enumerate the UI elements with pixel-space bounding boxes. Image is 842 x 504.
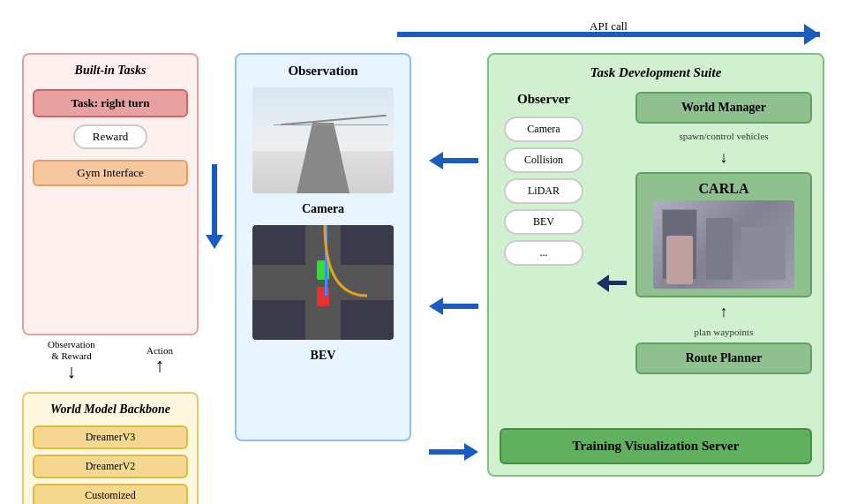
right-arrow-bev-icon [464, 443, 478, 461]
training-vis-box: Training Visualization Server [500, 428, 812, 464]
api-call-label: API call [590, 19, 628, 34]
plan-up-arrow: ↑ [635, 303, 812, 321]
right-arrow-bev-line [429, 449, 464, 455]
carla-left-arrow [597, 275, 627, 292]
left-arrow-col [207, 53, 222, 504]
action-arrow: Action ↑ [147, 345, 173, 375]
observer-collision-item: Collision [504, 147, 583, 173]
carla-image [653, 200, 794, 289]
task-dev-title: Task Development Suite [500, 65, 812, 80]
up-arrow-icon: ↑ [154, 356, 164, 375]
obs-reward-label: Observation& Reward [48, 339, 95, 362]
observer-camera-item: Camera [504, 117, 583, 142]
builtin-tasks-title: Built-in Tasks [75, 64, 147, 78]
observation-panel: Observation Camera [235, 53, 411, 441]
observer-bev-item: BEV [504, 209, 583, 235]
observer-more-item: ... [504, 240, 583, 266]
task-dev-inner: Observer Camera Collision LiDAR BEV ... [500, 92, 812, 421]
left-column: Built-in Tasks Task: right turn Reward G… [18, 53, 203, 504]
left-blue-arrow-camera [429, 297, 478, 315]
world-manager-box: World Manager [635, 92, 812, 124]
route-planner-box: Route Planner [635, 342, 812, 374]
task-dev-suite-box: Task Development Suite Observer Camera C… [487, 53, 824, 477]
left-arrow-cam-line [443, 304, 478, 309]
obs-reward-arrow: Observation& Reward ↓ [48, 339, 95, 381]
carla-container: CARLA [635, 172, 812, 297]
obs-action-arrows: Observation& Reward ↓ Action ↑ [22, 335, 199, 385]
right-blue-arrow-bev [429, 443, 478, 461]
builtin-tasks-box: Built-in Tasks Task: right turn Reward G… [22, 53, 199, 335]
left-blue-arrow-obs [429, 152, 478, 169]
down-arrow-icon: ↓ [66, 362, 76, 381]
observer-col: Observer Camera Collision LiDAR BEV ... [500, 92, 588, 421]
gym-interface-box: Gym Interface [33, 160, 188, 186]
main-diagram-row: Built-in Tasks Task: right turn Reward G… [18, 53, 824, 504]
dreamer-v3-item: DreamerV3 [33, 425, 188, 449]
carla-title: CARLA [699, 181, 749, 197]
observation-title: Observation [288, 64, 357, 79]
observation-image [252, 87, 394, 193]
cable-line-2 [274, 124, 388, 125]
plan-text: plan waypoints [635, 327, 812, 337]
task-right-turn-box: Task: right turn [33, 89, 188, 117]
right-col: World Manager spawn/control vehicles ↓ C… [635, 92, 812, 421]
mid-arrows [425, 53, 483, 504]
customized-item: Customized [33, 484, 188, 504]
world-model-box: World Model Backbone DreamerV3 DreamerV2… [22, 392, 199, 504]
diagram-wrapper: API call Built-in Tasks Task: right turn… [18, 18, 824, 504]
left-arrow-obs-icon [429, 152, 443, 169]
camera-title: Camera [302, 202, 344, 216]
observer-lidar-item: LiDAR [504, 178, 583, 204]
bev-image [252, 225, 394, 340]
spawn-down-arrow: ↓ [635, 148, 812, 167]
bev-path-svg [252, 225, 394, 340]
dreamer-v2-item: DreamerV2 [33, 455, 188, 478]
reward-box: Reward [73, 124, 147, 149]
left-arrow-obs-line [443, 158, 478, 163]
mural-figure [666, 236, 693, 284]
spawn-text: spawn/control vehicles [635, 129, 812, 143]
building-3 [741, 227, 786, 280]
world-model-title: World Model Backbone [50, 402, 170, 417]
left-arrow-cam-icon [429, 297, 443, 315]
bev-title: BEV [311, 349, 336, 363]
building-2 [706, 218, 733, 280]
observer-title: Observer [517, 92, 570, 107]
carla-arrow-col [597, 92, 627, 421]
